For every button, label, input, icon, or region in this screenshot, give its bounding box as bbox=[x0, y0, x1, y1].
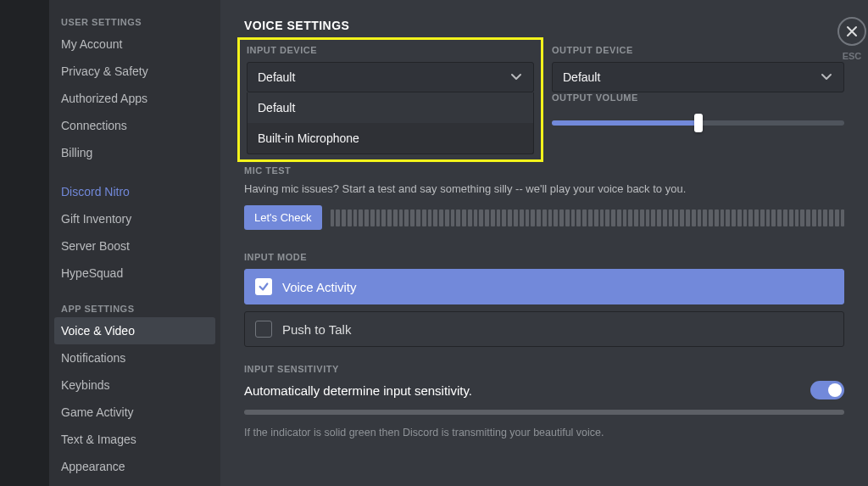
checkbox-empty-icon bbox=[255, 321, 272, 338]
auto-sensitivity-toggle[interactable] bbox=[810, 381, 844, 399]
app-gutter bbox=[0, 0, 49, 486]
input-device-select[interactable]: Default bbox=[247, 62, 534, 92]
output-device-value: Default bbox=[563, 70, 600, 84]
toggle-knob-icon bbox=[828, 383, 842, 397]
sidebar-item-appearance[interactable]: Appearance bbox=[49, 453, 220, 480]
input-mode-voice-activity[interactable]: Voice Activity bbox=[244, 269, 844, 304]
auto-sensitivity-text: Automatically determine input sensitivit… bbox=[244, 383, 472, 398]
input-device-highlight: INPUT DEVICE Default Default Built-in Mi… bbox=[237, 37, 543, 162]
input-device-option-builtin-mic[interactable]: Built-in Microphone bbox=[248, 123, 533, 154]
sidebar-item-server-boost[interactable]: Server Boost bbox=[49, 232, 220, 260]
sidebar-item-text-images[interactable]: Text & Images bbox=[49, 426, 220, 453]
sidebar-item-authorized-apps[interactable]: Authorized Apps bbox=[49, 85, 220, 112]
sidebar-item-gift-inventory[interactable]: Gift Inventory bbox=[49, 205, 220, 232]
output-volume-label: OUTPUT VOLUME bbox=[552, 92, 844, 103]
chevron-down-icon bbox=[820, 70, 833, 86]
page-title: VOICE SETTINGS bbox=[244, 19, 844, 32]
input-mode-push-to-talk[interactable]: Push to Talk bbox=[244, 311, 844, 347]
mic-level-meter bbox=[331, 209, 844, 226]
sidebar-item-hypesquad[interactable]: HypeSquad bbox=[49, 260, 220, 287]
output-device-label: OUTPUT DEVICE bbox=[552, 45, 844, 55]
sidebar-item-notifications[interactable]: Notifications bbox=[49, 344, 220, 371]
sidebar-item-my-account[interactable]: My Account bbox=[49, 31, 220, 58]
input-sensitivity-label: INPUT SENSITIVITY bbox=[244, 364, 844, 374]
mic-test-label: MIC TEST bbox=[244, 165, 537, 176]
lets-check-button[interactable]: Let's Check bbox=[244, 205, 322, 230]
input-mode-label: INPUT MODE bbox=[244, 252, 844, 262]
input-device-option-default[interactable]: Default bbox=[248, 92, 533, 123]
sensitivity-meter bbox=[244, 410, 844, 415]
sensitivity-note: If the indicator is solid green then Dis… bbox=[244, 427, 844, 439]
sidebar-item-streamer-mode[interactable]: Streamer Mode bbox=[49, 480, 220, 486]
close-icon[interactable] bbox=[837, 17, 866, 46]
sidebar-heading-user: USER SETTINGS bbox=[49, 12, 220, 31]
input-device-value: Default bbox=[258, 70, 295, 84]
sidebar-item-voice-video[interactable]: Voice & Video bbox=[54, 317, 215, 344]
voice-settings-panel: ESC VOICE SETTINGS INPUT DEVICE Default … bbox=[220, 0, 868, 486]
input-device-label: INPUT DEVICE bbox=[247, 45, 534, 55]
esc-label: ESC bbox=[843, 51, 862, 61]
mic-test-help: Having mic issues? Start a test and say … bbox=[244, 182, 844, 195]
input-device-dropdown: Default Built-in Microphone bbox=[247, 92, 534, 154]
chevron-down-icon bbox=[509, 70, 523, 86]
output-device-select[interactable]: Default bbox=[552, 62, 844, 92]
input-mode-voice-activity-label: Voice Activity bbox=[282, 280, 357, 294]
sidebar-item-privacy-safety[interactable]: Privacy & Safety bbox=[49, 58, 220, 85]
sidebar-item-connections[interactable]: Connections bbox=[49, 112, 220, 139]
sidebar-heading-app: APP SETTINGS bbox=[49, 299, 220, 317]
sidebar-item-game-activity[interactable]: Game Activity bbox=[49, 399, 220, 426]
sidebar-item-keybinds[interactable]: Keybinds bbox=[49, 371, 220, 399]
input-mode-push-to-talk-label: Push to Talk bbox=[282, 322, 351, 337]
settings-sidebar: USER SETTINGS My Account Privacy & Safet… bbox=[49, 0, 220, 486]
checkmark-icon bbox=[255, 278, 272, 295]
sidebar-item-billing[interactable]: Billing bbox=[49, 139, 220, 166]
sidebar-item-discord-nitro[interactable]: Discord Nitro bbox=[49, 178, 220, 205]
slider-thumb-icon[interactable] bbox=[694, 114, 703, 132]
close-settings[interactable]: ESC bbox=[837, 17, 866, 61]
output-volume-slider[interactable] bbox=[552, 109, 844, 137]
